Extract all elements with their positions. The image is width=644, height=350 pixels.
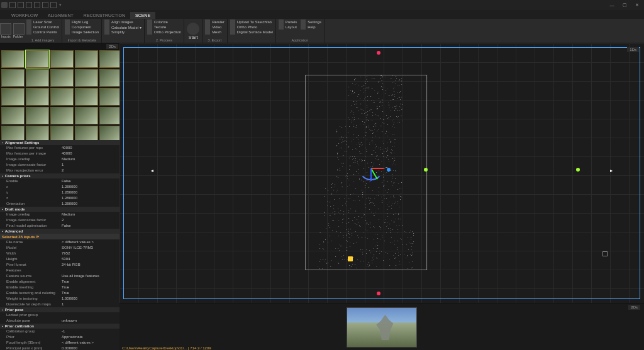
tab-scene[interactable]: SCENE: [130, 12, 155, 19]
folder-button[interactable]: [13, 23, 25, 35]
property-value[interactable]: False: [62, 223, 118, 229]
image-thumbnail[interactable]: [75, 50, 98, 68]
property-value[interactable]: 2: [62, 217, 118, 223]
property-row[interactable]: Enable texturing and coloringTrue: [0, 290, 119, 296]
ribbon-item[interactable]: Flight Log: [65, 19, 99, 25]
image-thumbnail[interactable]: [75, 88, 98, 106]
property-value[interactable]: 5304: [62, 256, 118, 262]
ribbon-item[interactable]: Ortho Photo: [230, 25, 273, 30]
property-row[interactable]: Image downscale factor1: [0, 162, 119, 168]
image-thumbnail[interactable]: [75, 126, 98, 140]
property-row[interactable]: Enable alignmentTrue: [0, 279, 119, 285]
image-thumbnail[interactable]: [26, 69, 49, 87]
property-section-header[interactable]: Advanced: [0, 229, 119, 234]
image-thumbnail[interactable]: [1, 126, 25, 140]
image-thumbnail[interactable]: [75, 107, 98, 124]
tab-workflow[interactable]: WORKFLOW: [6, 12, 43, 19]
ribbon-item[interactable]: Simplify: [104, 30, 142, 35]
property-section-header[interactable]: Prior pose: [0, 307, 119, 312]
property-value[interactable]: 1.000000: [62, 296, 118, 302]
property-value[interactable]: False: [62, 178, 118, 184]
property-value[interactable]: 40000: [62, 151, 118, 156]
property-row[interactable]: Features: [0, 268, 119, 273]
image-thumbnail[interactable]: [50, 107, 74, 124]
property-row[interactable]: Enable meshingTrue: [0, 285, 119, 290]
ribbon-item[interactable]: Panels: [279, 19, 297, 25]
panel-tag-2ds[interactable]: 2Ds: [106, 44, 118, 49]
property-row[interactable]: File name< different values >: [0, 239, 119, 245]
image-thumbnail[interactable]: [26, 50, 49, 68]
qat-button[interactable]: [34, 2, 40, 8]
ribbon-item[interactable]: Image Selection: [65, 30, 99, 35]
image-thumbnail[interactable]: [50, 69, 74, 87]
panel-tag-1ds[interactable]: 1Ds: [627, 47, 639, 52]
transform-gizmo[interactable]: [358, 155, 384, 180]
ribbon-item[interactable]: Ortho Projection: [147, 30, 181, 35]
qat-button[interactable]: [18, 2, 24, 8]
property-value[interactable]: 0.000000: [62, 346, 118, 350]
ribbon-item[interactable]: Mesh: [205, 30, 225, 35]
image-thumbnail[interactable]: [99, 69, 119, 87]
property-row[interactable]: Downscale for depth maps1: [0, 302, 119, 307]
property-value[interactable]: < different values >: [62, 340, 118, 346]
tab-alignment[interactable]: ALIGNMENT: [43, 12, 79, 19]
image-thumbnail[interactable]: [1, 69, 25, 87]
property-value[interactable]: SONY ILCE-7RM3: [62, 245, 118, 251]
property-value[interactable]: 1.280000: [62, 190, 118, 195]
maximize-button[interactable]: ▢: [619, 1, 630, 9]
image-thumbnail[interactable]: [26, 107, 49, 124]
property-section-header[interactable]: Draft mode: [0, 207, 119, 212]
property-value[interactable]: [62, 312, 118, 318]
image-thumbnail[interactable]: [50, 88, 74, 106]
image-thumbnail[interactable]: [1, 107, 25, 124]
image-thumbnail[interactable]: [99, 50, 119, 68]
start-button[interactable]: [187, 23, 199, 35]
image-thumbnail[interactable]: [75, 69, 98, 87]
ribbon-item[interactable]: Calculate Model ▾: [104, 25, 142, 30]
property-row[interactable]: Max features per image40000: [0, 151, 119, 156]
property-row[interactable]: Height5304: [0, 256, 119, 262]
image-thumbnail[interactable]: [26, 126, 49, 140]
ribbon-item[interactable]: Control Points: [26, 30, 59, 35]
property-row[interactable]: Principal point x [mm]0.000000: [0, 346, 119, 350]
property-section-header[interactable]: Camera priors: [0, 173, 119, 178]
ribbon-item[interactable]: Texture: [147, 25, 181, 30]
property-row[interactable]: Locked prior group: [0, 312, 119, 318]
minimize-button[interactable]: —: [606, 1, 618, 9]
ribbon-item[interactable]: Digital Surface Model: [230, 30, 273, 35]
3d-viewport[interactable]: 1Ds ◂ ▸: [119, 43, 644, 303]
handle-ground[interactable]: [348, 256, 353, 261]
property-row[interactable]: EnableFalse: [0, 178, 119, 184]
property-value[interactable]: Approximate: [62, 334, 118, 340]
property-row[interactable]: Feature sourceUse all image features: [0, 273, 119, 279]
property-value[interactable]: [62, 268, 118, 273]
property-value[interactable]: < different values >: [62, 239, 118, 245]
ribbon-item[interactable]: Layout: [279, 25, 297, 30]
property-value[interactable]: 1.280000: [62, 184, 118, 190]
property-row[interactable]: Width7952: [0, 251, 119, 256]
ribbon-item[interactable]: Settings: [301, 19, 321, 25]
image-thumbnail[interactable]: [99, 107, 119, 124]
image-thumbnail[interactable]: [50, 126, 74, 140]
property-value[interactable]: Medium: [62, 212, 118, 217]
ribbon-item[interactable]: Render: [205, 19, 225, 25]
property-row[interactable]: Pixel format24-bit RGB: [0, 262, 119, 268]
image-thumbnail[interactable]: [1, 88, 25, 106]
property-value[interactable]: 1: [62, 302, 118, 307]
marker-left[interactable]: ◂: [151, 168, 153, 173]
property-value[interactable]: unknown: [62, 318, 118, 324]
property-value[interactable]: True: [62, 279, 118, 285]
property-value[interactable]: Use all image features: [62, 273, 118, 279]
ribbon-item[interactable]: Colorize: [147, 19, 181, 25]
ribbon-item[interactable]: Component: [65, 25, 99, 30]
property-section-header[interactable]: Alignment Settings: [0, 140, 119, 145]
property-row[interactable]: Absolute poseunknown: [0, 318, 119, 324]
property-row[interactable]: Max reprojection error2: [0, 168, 119, 173]
close-button[interactable]: ✕: [631, 1, 643, 9]
property-row[interactable]: y1.280000: [0, 190, 119, 195]
ribbon-item[interactable]: Video: [205, 25, 225, 30]
image-thumbnail[interactable]: [99, 126, 119, 140]
qat-button[interactable]: [26, 2, 32, 8]
handle-right-outer[interactable]: [576, 168, 580, 172]
qat-dropdown[interactable]: ▾: [59, 3, 62, 8]
